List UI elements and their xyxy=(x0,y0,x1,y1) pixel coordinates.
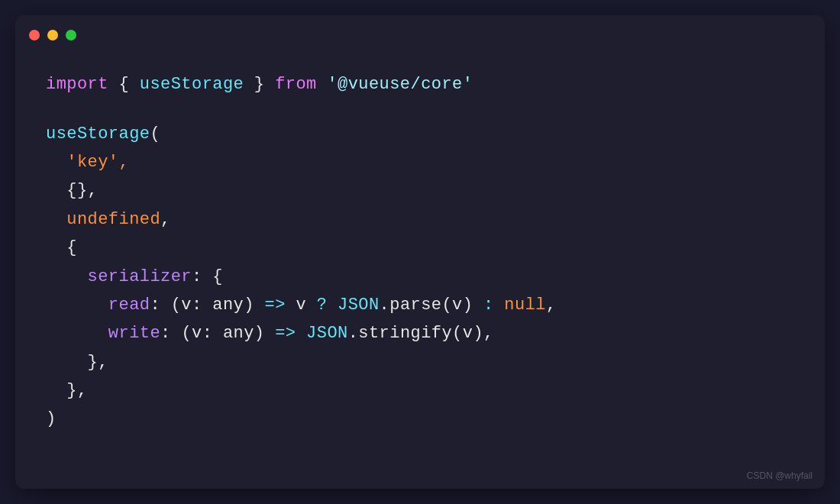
watermark: CSDN @whyfail xyxy=(747,470,813,481)
json-1: JSON xyxy=(327,296,379,315)
stringify-method: .stringify xyxy=(348,324,452,343)
fn-useStorage-import: useStorage xyxy=(140,75,244,94)
colon-8: : { xyxy=(192,267,223,286)
maximize-button[interactable] xyxy=(66,30,76,40)
comma-6: , xyxy=(160,210,171,229)
colon-10: : xyxy=(160,324,171,343)
stringify-arg: (v) xyxy=(452,324,483,343)
code-editor: import { useStorage } from '@vueuse/core… xyxy=(15,55,825,489)
code-line-5: {}, xyxy=(46,176,794,205)
comma-10: , xyxy=(483,324,494,343)
minimize-button[interactable] xyxy=(47,30,58,40)
prop-serializer: serializer xyxy=(46,267,192,286)
brace-opts-close: }, xyxy=(46,381,88,400)
parse-method: .parse xyxy=(380,296,442,315)
param-10: (v: any) xyxy=(171,324,265,343)
module-string: '@vueuse/core' xyxy=(317,75,473,94)
code-line-13: ) xyxy=(46,405,794,433)
code-line-3: useStorage( xyxy=(46,120,794,148)
parse-arg: (v) xyxy=(441,296,473,315)
code-line-12: }, xyxy=(46,376,794,405)
keyword-import: import xyxy=(46,75,108,94)
undefined-val: undefined xyxy=(46,210,160,229)
brace-serializer-close: }, xyxy=(46,353,108,372)
prop-read: read xyxy=(46,296,150,315)
code-window: import { useStorage } from '@vueuse/core… xyxy=(15,15,825,489)
code-line-10: write: (v: any) => JSON.stringify(v), xyxy=(46,319,794,347)
param-9: (v: any) xyxy=(160,296,254,315)
empty-obj: {}, xyxy=(46,181,98,200)
comma-9: , xyxy=(546,296,557,315)
code-line-9: read: (v: any) => v ? JSON.parse(v) : nu… xyxy=(46,291,794,319)
colon-9: : xyxy=(150,296,160,315)
paren-close: ) xyxy=(46,409,57,428)
fn-useStorage-call: useStorage xyxy=(46,124,150,144)
prop-write: write xyxy=(46,324,160,343)
code-line-1: import { useStorage } from '@vueuse/core… xyxy=(46,70,794,99)
null-val: null xyxy=(494,296,546,315)
brace-close: } xyxy=(244,75,275,94)
brace-obj-open: { xyxy=(46,238,77,257)
v1-9: v xyxy=(286,296,306,315)
json-2: JSON xyxy=(296,324,347,343)
arrow-10: => xyxy=(265,324,296,343)
titlebar xyxy=(15,15,825,55)
code-line-4: 'key', xyxy=(46,148,794,176)
blank-line-2 xyxy=(46,99,794,119)
ternary-c-9: : xyxy=(473,296,493,315)
brace-open: { xyxy=(108,75,140,94)
code-line-7: { xyxy=(46,234,794,262)
paren-open: ( xyxy=(150,124,160,144)
code-line-8: serializer: { xyxy=(46,263,794,291)
close-button[interactable] xyxy=(29,30,40,40)
code-line-11: }, xyxy=(46,348,794,376)
string-key: 'key', xyxy=(46,153,129,172)
arrow-9: => xyxy=(254,296,286,315)
ternary-q-9: ? xyxy=(306,296,327,315)
keyword-from: from xyxy=(275,75,317,94)
code-line-6: undefined, xyxy=(46,205,794,234)
